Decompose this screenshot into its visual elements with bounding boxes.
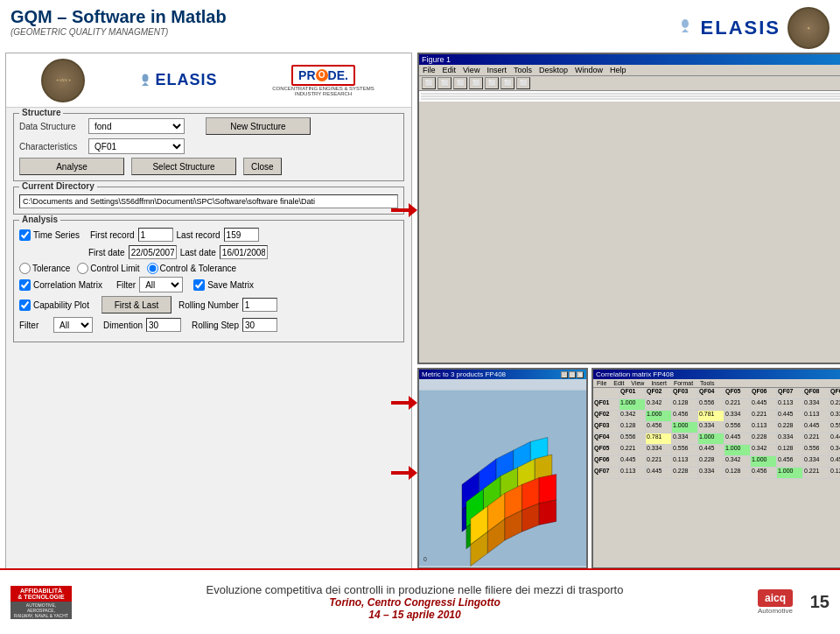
- cell-r7c4: 0.334: [698, 468, 724, 478]
- chart-row-3: QP1E 20 40 60 80 100 120 140 160: [421, 98, 840, 100]
- rolling-number-input[interactable]: [242, 298, 277, 312]
- rolling-step-input[interactable]: [242, 318, 277, 332]
- filter-dimention-row: Filter All Dimention Rolling Step: [19, 317, 398, 333]
- dimention-input[interactable]: [146, 318, 181, 332]
- cell-r5c2: 0.334: [646, 445, 672, 455]
- header-left: GQM – Software in Matlab (GEOMETRIC QUAL…: [10, 7, 227, 37]
- panel-3d-close[interactable]: ✕: [577, 371, 584, 378]
- control-tolerance-radio-label[interactable]: Control & Tolerance: [147, 263, 237, 274]
- first-date-label: First date: [88, 248, 125, 257]
- close-button[interactable]: Close: [243, 158, 282, 175]
- current-directory-box: Current Directory: [13, 187, 404, 215]
- last-date-input[interactable]: [220, 245, 268, 259]
- cell-header-2: QF02: [646, 388, 672, 398]
- toolbar-btn-6[interactable]: ⬜: [500, 77, 514, 89]
- panel-3d: Metric to 3 products FP408 _ □ ✕: [417, 368, 588, 569]
- page-title: GQM – Software in Matlab: [10, 7, 227, 27]
- affidabilita-sub: AUTOMOTIVE, AEROSPACE,RAILWAY, NAVAL & Y…: [10, 602, 72, 619]
- last-record-input[interactable]: [224, 228, 259, 242]
- cell-r2c3: 0.456: [672, 411, 698, 421]
- cell-header-1: QF01: [620, 388, 646, 398]
- control-limit-radio[interactable]: [77, 263, 88, 274]
- cell-r2c6: 0.221: [751, 411, 777, 421]
- aicq-sub: Automotive: [758, 607, 793, 615]
- footer-venue-1: Torino, Centro Congressi Lingotto: [82, 596, 747, 609]
- cell-r2c4: 0.781: [698, 411, 724, 421]
- cell-r2c2: 1.000: [646, 411, 672, 421]
- capability-checkbox[interactable]: [19, 299, 31, 311]
- cell-r1c3: 0.128: [672, 399, 698, 410]
- tolerance-radio[interactable]: [19, 263, 31, 274]
- correlation-checkbox-label[interactable]: Correlation Matrix: [19, 279, 102, 291]
- cell-r2c1: 0.342: [620, 411, 646, 421]
- first-last-button[interactable]: First & Last: [102, 296, 172, 313]
- directory-title: Current Directory: [19, 181, 97, 191]
- toolbar-btn-3[interactable]: ⬜: [453, 77, 467, 89]
- cell-header-9: QF09: [830, 388, 840, 398]
- panel-3d-maximize[interactable]: □: [569, 371, 576, 378]
- figure-toolbar: ⬜ ⬜ ⬜ ⬜ ⬜ ⬜ ⬜: [419, 76, 840, 91]
- tolerance-radio-label[interactable]: Tolerance: [19, 263, 70, 274]
- left-panel: ✦ UNIV ✦ ELASIS PRODE. CONCENTRATING ENG…: [5, 53, 412, 569]
- data-structure-select[interactable]: fond: [88, 118, 185, 134]
- last-date-label: Last date: [180, 248, 216, 257]
- cell-r1c2: 0.342: [646, 399, 672, 410]
- svg-marker-77: [539, 500, 556, 525]
- correlation-checkbox[interactable]: [19, 279, 31, 291]
- characteristics-select[interactable]: QF01: [88, 138, 185, 154]
- analyse-button[interactable]: Analyse: [19, 158, 124, 175]
- header-seal: ✦: [788, 7, 830, 49]
- time-series-checkbox[interactable]: [19, 229, 31, 241]
- save-matrix-checkbox[interactable]: [193, 279, 205, 291]
- filter2-select[interactable]: All: [53, 317, 93, 333]
- cell-row2-label: QF02: [593, 411, 620, 421]
- cell-r5c5: 1.000: [724, 445, 751, 455]
- cell-r5c9: 0.342: [830, 445, 840, 455]
- form-area: Structure Data Structure fond New Struct…: [6, 108, 411, 348]
- filter-label: Filter: [116, 280, 136, 290]
- structure-group-title: Structure: [19, 108, 63, 117]
- svg-marker-1: [682, 29, 689, 32]
- cell-header-8: QF08: [803, 388, 830, 398]
- panel-spreadsheet: Correlation matrix FP408 _ □ ✕ File Edit…: [592, 368, 840, 569]
- new-structure-button[interactable]: New Structure: [206, 117, 311, 135]
- toolbar-btn-2[interactable]: ⬜: [438, 77, 452, 89]
- cell-r5c8: 0.556: [803, 445, 830, 455]
- first-date-input[interactable]: [129, 245, 177, 259]
- control-tolerance-radio[interactable]: [147, 263, 158, 274]
- cell-r3c2: 0.456: [646, 422, 672, 433]
- first-record-input[interactable]: [138, 228, 173, 242]
- cell-r3c5: 0.556: [724, 422, 751, 433]
- footer-text: Evoluzione competitiva dei controlli in …: [82, 583, 747, 621]
- spreadsheet-data-row-5: QF05 0.221 0.334 0.556 0.445 1.000 0.342…: [593, 445, 840, 456]
- new-structure-btn-container: New Structure: [206, 117, 311, 135]
- spreadsheet-data-row-4: QF04 0.556 0.781 0.334 1.000 0.445 0.228…: [593, 433, 840, 445]
- toolbar-btn-5[interactable]: ⬜: [485, 77, 499, 89]
- cell-r7c9: 0.128: [830, 468, 840, 478]
- panel-3d-titlebar: Metric to 3 products FP408 _ □ ✕: [419, 370, 586, 379]
- cell-r3c4: 0.334: [698, 422, 724, 433]
- cell-r4c1: 0.556: [620, 433, 646, 444]
- capability-checkbox-label[interactable]: Capability Plot: [19, 299, 89, 311]
- svg-marker-72: [539, 475, 556, 504]
- data-structure-label: Data Structure: [19, 122, 85, 131]
- cell-r7c6: 0.456: [751, 468, 777, 478]
- control-limit-radio-label[interactable]: Control Limit: [77, 263, 139, 274]
- select-structure-button[interactable]: Select Structure: [131, 158, 236, 175]
- red-arrow-1: [391, 201, 417, 221]
- spreadsheet-data-row-3: QF03 0.128 0.456 1.000 0.334 0.556 0.113…: [593, 422, 840, 433]
- footer: AFFIDABILITÀ& TECNOLOGIE AUTOMOTIVE, AER…: [0, 568, 840, 634]
- analysis-group: Analysis Time Series First record Last r…: [13, 220, 404, 342]
- cell-r6c3: 0.113: [672, 456, 698, 467]
- time-series-checkbox-label[interactable]: Time Series: [19, 229, 80, 241]
- header: GQM – Software in Matlab (GEOMETRIC QUAL…: [0, 0, 840, 53]
- panel-3d-minimize[interactable]: _: [561, 371, 568, 378]
- save-matrix-label[interactable]: Save Matrix: [193, 279, 254, 291]
- analysis-title: Analysis: [19, 215, 60, 224]
- toolbar-btn-1[interactable]: ⬜: [422, 77, 436, 89]
- toolbar-btn-7[interactable]: ⬜: [516, 77, 530, 89]
- red-arrow-2: [391, 394, 417, 413]
- directory-path-input[interactable]: [19, 194, 398, 208]
- filter-select[interactable]: All: [139, 277, 183, 292]
- toolbar-btn-4[interactable]: ⬜: [469, 77, 483, 89]
